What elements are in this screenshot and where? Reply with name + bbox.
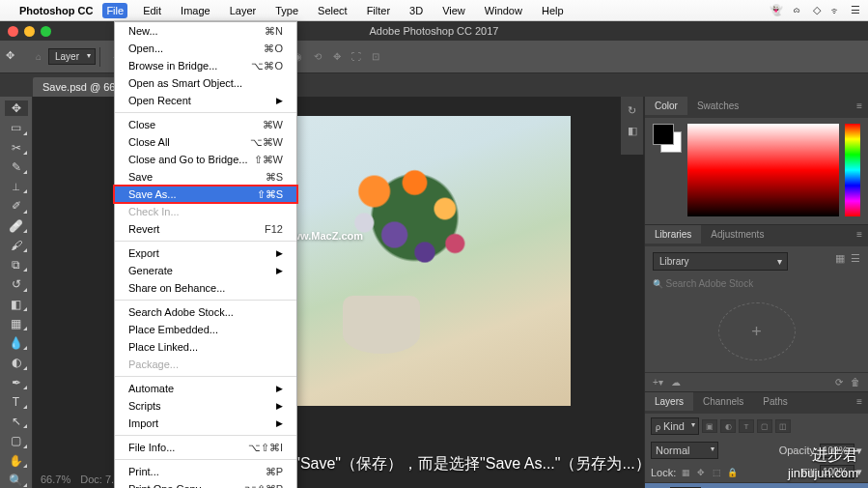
menu-edit[interactable]: Edit <box>139 3 165 18</box>
sync-icon[interactable]: ⟳ <box>835 377 843 388</box>
filter-shape-icon[interactable]: ▢ <box>757 419 772 433</box>
menu-select[interactable]: Select <box>314 3 351 18</box>
shape-tool[interactable]: ▢ <box>5 433 28 448</box>
filter-adjust-icon[interactable]: ◐ <box>720 419 736 433</box>
layer-filter-kind[interactable]: ρ Kind <box>651 417 699 435</box>
view-list-icon[interactable]: ☰ <box>851 252 860 265</box>
menu-item-place-linked[interactable]: Place Linked... <box>115 338 296 356</box>
panel-menu-icon[interactable]: ≡ <box>851 97 868 115</box>
3d-icon[interactable]: ⊡ <box>366 47 385 67</box>
menu-view[interactable]: View <box>438 3 469 18</box>
maximize-button[interactable] <box>41 26 51 37</box>
library-drop-zone[interactable]: + <box>718 302 796 360</box>
menu-item-scripts[interactable]: Scripts▶ <box>115 397 296 415</box>
move-tool[interactable]: ✥ <box>5 100 28 116</box>
menu-item-file-info[interactable]: File Info...⌥⇧⌘I <box>115 439 296 456</box>
stamp-tool[interactable]: ⧉ <box>5 257 28 273</box>
add-icon[interactable]: +▾ <box>653 377 663 388</box>
color-picker[interactable] <box>687 124 839 216</box>
layer-item[interactable]: 👁 small bouquet <box>645 483 868 488</box>
tab-adjustments[interactable]: Adjustments <box>701 225 773 244</box>
menu-layer[interactable]: Layer <box>226 3 261 18</box>
3d-icon[interactable]: ⛶ <box>347 47 366 67</box>
menu-item-place-embedded[interactable]: Place Embedded... <box>115 321 296 338</box>
menu-item-share-on-behance[interactable]: Share on Behance... <box>115 279 296 297</box>
gradient-tool[interactable]: ▦ <box>5 316 28 331</box>
history-icon[interactable]: ↻ <box>628 104 636 117</box>
trash-icon[interactable]: 🗑 <box>851 377 860 388</box>
menu-item-open-as-smart-object[interactable]: Open as Smart Object... <box>115 74 296 92</box>
tab-channels[interactable]: Channels <box>693 392 753 411</box>
quick-select-tool[interactable]: ✎ <box>5 159 28 175</box>
panel-menu-icon[interactable]: ≡ <box>851 392 868 411</box>
status-icon[interactable]: 👻 <box>770 4 783 16</box>
menu-file[interactable]: File <box>102 3 127 18</box>
zoom-tool[interactable]: 🔍 <box>5 473 28 488</box>
menu-item-import[interactable]: Import▶ <box>115 415 296 432</box>
status-icon[interactable]: ◇ <box>813 4 821 16</box>
minimize-button[interactable] <box>24 26 35 37</box>
tab-color[interactable]: Color <box>645 97 687 115</box>
menu-item-automate[interactable]: Automate▶ <box>115 380 296 397</box>
3d-icon[interactable]: ✥ <box>327 47 347 67</box>
menu-item-open[interactable]: Open...⌘O <box>115 40 296 57</box>
pen-tool[interactable]: ✒ <box>5 375 28 390</box>
brush-tool[interactable]: 🖌 <box>5 238 28 253</box>
foreground-color[interactable] <box>653 124 674 145</box>
view-grid-icon[interactable]: ▦ <box>835 252 845 265</box>
color-swatch[interactable] <box>653 124 682 153</box>
3d-icon[interactable]: ⟲ <box>308 47 327 67</box>
menu-image[interactable]: Image <box>177 3 214 18</box>
filter-smart-icon[interactable]: ◫ <box>775 419 791 433</box>
status-icon[interactable]: ᯅ <box>793 5 803 16</box>
type-tool[interactable]: T <box>5 394 28 410</box>
menu-type[interactable]: Type <box>271 3 302 18</box>
dodge-tool[interactable]: ◐ <box>5 355 28 370</box>
library-search[interactable]: Search Adobe Stock <box>653 278 860 289</box>
menu-item-open-recent[interactable]: Open Recent▶ <box>115 92 296 109</box>
menu-item-search-adobe-stock[interactable]: Search Adobe Stock... <box>115 303 296 321</box>
menu-item-close-all[interactable]: Close All⌥⌘W <box>115 133 296 151</box>
menu-help[interactable]: Help <box>538 3 568 18</box>
filter-pixel-icon[interactable]: ▣ <box>702 419 717 433</box>
path-tool[interactable]: ↖ <box>5 414 28 429</box>
cloud-icon[interactable]: ☁ <box>671 377 681 388</box>
menu-icon[interactable]: ☰ <box>851 4 860 16</box>
menu-item-new[interactable]: New...⌘N <box>115 22 296 40</box>
menu-3d[interactable]: 3D <box>406 3 427 18</box>
menu-item-print[interactable]: Print...⌘P <box>115 463 296 480</box>
wifi-icon[interactable]: ᯤ <box>830 5 841 16</box>
close-button[interactable] <box>8 26 18 37</box>
home-icon[interactable]: ⌂ <box>29 47 48 67</box>
filter-type-icon[interactable]: T <box>739 419 754 433</box>
eraser-tool[interactable]: ◧ <box>5 297 28 312</box>
tab-paths[interactable]: Paths <box>753 392 798 411</box>
menu-item-save-as[interactable]: Save As...⇧⌘S <box>115 186 296 203</box>
menu-item-browse-in-bridge[interactable]: Browse in Bridge...⌥⌘O <box>115 57 296 74</box>
crop-tool[interactable]: ⟂ <box>5 179 28 194</box>
menu-item-export[interactable]: Export▶ <box>115 244 296 262</box>
library-dropdown[interactable]: Library <box>653 252 788 271</box>
blur-tool[interactable]: 💧 <box>5 335 28 351</box>
hue-slider[interactable] <box>845 124 860 216</box>
marquee-tool[interactable]: ▭ <box>5 120 28 135</box>
menu-item-print-one-copy[interactable]: Print One Copy⌥⇧⌘P <box>115 480 296 488</box>
tab-layers[interactable]: Layers <box>645 392 693 411</box>
app-name[interactable]: Photoshop CC <box>19 5 93 16</box>
layer-dropdown[interactable]: Layer <box>48 48 96 65</box>
healing-tool[interactable]: 🩹 <box>5 218 28 234</box>
menu-item-close[interactable]: Close⌘W <box>115 116 296 133</box>
properties-icon[interactable]: ◧ <box>628 125 637 137</box>
lasso-tool[interactable]: ✂ <box>5 140 28 156</box>
history-brush-tool[interactable]: ↺ <box>5 276 28 292</box>
menu-item-save[interactable]: Save⌘S <box>115 168 296 186</box>
zoom-level[interactable]: 66.7% <box>41 474 70 485</box>
tab-swatches[interactable]: Swatches <box>687 97 748 115</box>
menu-item-close-and-go-to-bridge[interactable]: Close and Go to Bridge...⇧⌘W <box>115 151 296 168</box>
menu-window[interactable]: Window <box>481 3 526 18</box>
menu-item-revert[interactable]: RevertF12 <box>115 220 296 238</box>
panel-menu-icon[interactable]: ≡ <box>851 225 868 244</box>
tab-libraries[interactable]: Libraries <box>645 225 701 244</box>
menu-filter[interactable]: Filter <box>363 3 394 18</box>
eyedropper-tool[interactable]: ✐ <box>5 198 28 214</box>
